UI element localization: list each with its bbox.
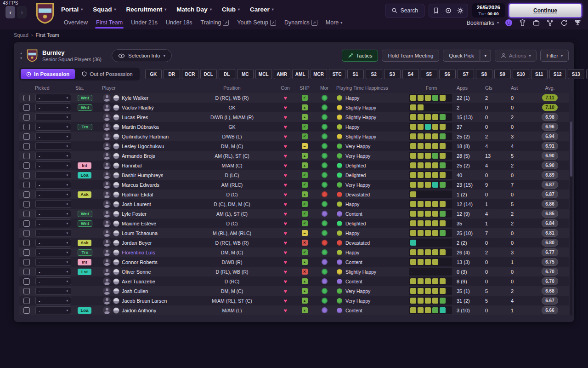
column-header-position[interactable]: Position [188, 85, 276, 91]
position-filter-dcl[interactable]: DCL [200, 69, 217, 79]
column-header-sta[interactable]: Sta. [74, 85, 100, 91]
picked-dropdown[interactable]: -▾ [35, 171, 71, 179]
player-name[interactable]: Loum Tchaouna [122, 230, 158, 236]
position-filter-s14[interactable]: S14 [586, 69, 588, 79]
subnav-youth-setup[interactable]: Youth Setup↗ [237, 19, 276, 27]
player-name[interactable]: Axel Tuanzebe [122, 279, 155, 284]
kit-shirt-icon[interactable] [519, 19, 526, 27]
position-filter-mc[interactable]: MC [237, 69, 254, 79]
column-header-gls[interactable]: Gls [483, 85, 509, 91]
column-header-con[interactable]: Con [276, 85, 295, 91]
column-header-ast[interactable]: Ast [509, 85, 534, 91]
position-filter-s4[interactable]: S4 [402, 69, 419, 79]
picked-dropdown[interactable]: -▾ [35, 123, 71, 131]
player-row[interactable]: -▾Lucas PiresD/WB (L), M/AM (R)♥▲Slightl… [19, 112, 569, 122]
dynamics-face-icon[interactable] [505, 19, 513, 27]
column-header-mor[interactable]: Mor [314, 85, 334, 91]
picked-dropdown[interactable]: -▾ [35, 219, 71, 227]
player-name[interactable]: Bashir Humphreys [122, 172, 163, 178]
row-checkbox[interactable] [23, 220, 30, 227]
position-filter-s1[interactable]: S1 [347, 69, 364, 79]
bookmarks-dropdown[interactable]: Bookmarks▾ [467, 20, 499, 26]
player-name[interactable]: Josh Laurent [122, 201, 151, 207]
main-nav-recruitment[interactable]: Recruitment▾ [126, 6, 167, 13]
position-filter-s11[interactable]: S11 [531, 69, 548, 79]
row-checkbox[interactable] [23, 249, 30, 256]
row-checkbox[interactable] [23, 124, 30, 130]
tab-out-of-possession[interactable]: Out of Possession [76, 69, 138, 79]
column-header-player[interactable]: Player [100, 85, 188, 91]
column-header-picked[interactable]: Picked [33, 85, 74, 91]
filter-button[interactable]: Filter ▾ [540, 50, 569, 62]
row-checkbox[interactable] [23, 133, 30, 140]
subnav-under-21s[interactable]: Under 21s [131, 19, 158, 27]
picked-dropdown[interactable]: -▾ [35, 142, 71, 150]
player-row[interactable]: -▾Axel TuanzebeD (RC)♥▲Content8 (9)006.7… [19, 276, 569, 286]
briefcase-icon[interactable] [532, 19, 540, 27]
player-row[interactable]: -▾Marcus EdwardsAM (RLC)♥✓Very Happy23 (… [19, 180, 569, 190]
row-checkbox[interactable] [23, 143, 30, 150]
scrollbar[interactable] [570, 121, 572, 316]
picked-dropdown[interactable]: -▾ [35, 104, 71, 111]
position-filter-dl[interactable]: DL [219, 69, 235, 79]
player-name[interactable]: Armando Broja [122, 153, 155, 159]
row-checkbox[interactable] [23, 298, 30, 304]
picked-dropdown[interactable]: -▾ [35, 94, 71, 102]
player-row[interactable]: -▾WntLyle FosterAM (L), ST (C)♥✓Content1… [19, 209, 569, 218]
subnav-more[interactable]: More▾ [326, 19, 343, 27]
hold-team-meeting-button[interactable]: Hold Team Meeting [382, 50, 439, 62]
picked-dropdown[interactable]: -▾ [35, 210, 71, 218]
player-name[interactable]: Lesley Ugochukwu [122, 144, 164, 149]
player-name[interactable]: Hjalmar Ekdal [122, 192, 153, 197]
picked-dropdown[interactable]: -▾ [35, 268, 71, 276]
position-filter-amr[interactable]: AMR [274, 69, 290, 79]
column-header-apps[interactable]: Apps [455, 85, 483, 91]
main-nav-career[interactable]: Career▾ [250, 6, 274, 13]
column-header-playing-time-happiness[interactable]: Playing Time Happiness [334, 85, 408, 91]
row-checkbox[interactable] [23, 182, 30, 188]
position-filter-aml[interactable]: AML [292, 69, 309, 79]
picked-dropdown[interactable]: -▾ [35, 258, 71, 266]
player-row[interactable]: -▾IntHannibalM/AM (C)♥▲Delighted25 (2)42… [19, 161, 569, 170]
picked-dropdown[interactable]: -▾ [35, 306, 71, 314]
row-checkbox[interactable] [23, 259, 30, 265]
row-checkbox[interactable] [23, 104, 30, 111]
club-crest[interactable] [36, 2, 54, 24]
player-name[interactable]: Martin Dúbravka [122, 124, 159, 130]
quick-pick-chevron[interactable]: ▾ [480, 50, 491, 62]
scrollbar-thumb[interactable] [570, 121, 572, 177]
selection-info-dropdown[interactable]: Selection Info ▾ [112, 49, 172, 62]
player-row[interactable]: -▾LstOliver SonneD (RL), WB (R)♥×Slightl… [19, 267, 569, 276]
position-filter-mcr[interactable]: MCR [311, 69, 327, 79]
tactics-button[interactable]: Tactics [342, 50, 378, 62]
position-filter-s13[interactable]: S13 [568, 69, 584, 79]
player-name[interactable]: Hannibal [122, 163, 141, 168]
position-filter-s5[interactable]: S5 [421, 69, 437, 79]
search-button[interactable]: Search [385, 4, 424, 17]
player-row[interactable]: -▾WntVáclav HladkýGK♥▲Slightly Happy2007… [19, 103, 569, 112]
quick-pick-button[interactable]: Quick Pick [443, 50, 480, 62]
main-nav-club[interactable]: Club▾ [222, 6, 240, 13]
player-row[interactable]: -▾TrnMartin DúbravkaGK♥✓Happy37006.96 [19, 122, 569, 132]
player-row[interactable]: -▾Armando BrojaAM (RL), ST (C)♥▲Very Hap… [19, 151, 569, 161]
player-name[interactable]: Quilindschy Hartman [122, 134, 169, 139]
player-row[interactable]: -▾Lesley UgochukwuDM, M (C)♥–Very Happy1… [19, 141, 569, 151]
player-name[interactable]: Jordan Beyer [122, 240, 152, 246]
bookmark-flag-icon[interactable] [430, 5, 442, 16]
row-checkbox[interactable] [23, 269, 30, 275]
picked-dropdown[interactable]: -▾ [35, 287, 71, 295]
player-name[interactable]: Václav Hladký [122, 105, 154, 110]
picked-dropdown[interactable]: -▾ [35, 190, 71, 198]
position-filter-dcr[interactable]: DCR [182, 69, 198, 79]
tab-in-possession[interactable]: In Possession [21, 69, 75, 79]
trophy-icon[interactable] [574, 19, 582, 27]
back-button[interactable]: ‹ [6, 6, 15, 18]
player-row[interactable]: -▾Quilindschy HartmanD/WB (L)♥✓Slightly … [19, 132, 569, 141]
player-row[interactable]: -▾Loum TchaounaM (RL), AM (RLC)♥–Happy25… [19, 228, 569, 238]
position-filter-s10[interactable]: S10 [513, 69, 529, 79]
row-checkbox[interactable] [23, 230, 30, 236]
picked-dropdown[interactable]: -▾ [35, 297, 71, 305]
row-checkbox[interactable] [23, 211, 30, 217]
picked-dropdown[interactable]: -▾ [35, 181, 71, 189]
picked-dropdown[interactable]: -▾ [35, 113, 71, 121]
